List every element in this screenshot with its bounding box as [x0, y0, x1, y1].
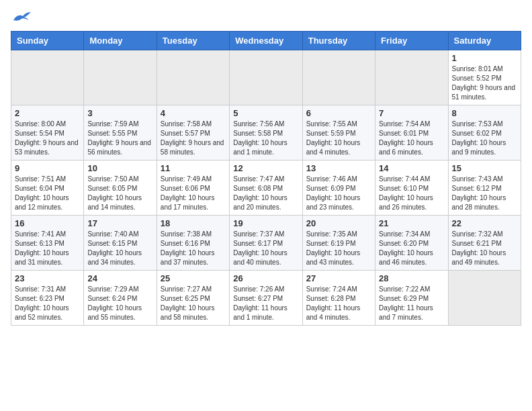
calendar-cell: 13Sunrise: 7:46 AM Sunset: 6:09 PM Dayli… [302, 161, 375, 216]
day-number: 2 [15, 108, 80, 118]
day-info: Sunrise: 7:49 AM Sunset: 6:06 PM Dayligh… [161, 175, 226, 212]
day-info: Sunrise: 7:58 AM Sunset: 5:57 PM Dayligh… [161, 120, 226, 157]
calendar-cell: 25Sunrise: 7:27 AM Sunset: 6:25 PM Dayli… [157, 271, 229, 326]
day-info: Sunrise: 7:26 AM Sunset: 6:27 PM Dayligh… [233, 285, 298, 322]
calendar-cell: 3Sunrise: 7:59 AM Sunset: 5:55 PM Daylig… [84, 105, 157, 161]
day-info: Sunrise: 7:35 AM Sunset: 6:19 PM Dayligh… [306, 230, 371, 267]
day-number: 5 [233, 108, 298, 118]
day-info: Sunrise: 7:44 AM Sunset: 6:10 PM Dayligh… [379, 175, 444, 212]
calendar-cell: 12Sunrise: 7:47 AM Sunset: 6:08 PM Dayli… [230, 161, 302, 216]
day-info: Sunrise: 7:47 AM Sunset: 6:08 PM Dayligh… [233, 175, 298, 212]
day-info: Sunrise: 7:24 AM Sunset: 6:28 PM Dayligh… [306, 285, 371, 322]
calendar-cell [157, 50, 229, 105]
weekday-header-saturday: Saturday [448, 32, 521, 50]
day-info: Sunrise: 7:54 AM Sunset: 6:01 PM Dayligh… [379, 120, 444, 157]
day-number: 13 [306, 163, 371, 173]
calendar-week-4: 16Sunrise: 7:41 AM Sunset: 6:13 PM Dayli… [11, 216, 521, 271]
calendar-cell: 2Sunrise: 8:00 AM Sunset: 5:54 PM Daylig… [11, 105, 84, 161]
day-number: 20 [306, 218, 371, 228]
day-number: 11 [161, 163, 226, 173]
calendar-cell: 7Sunrise: 7:54 AM Sunset: 6:01 PM Daylig… [375, 105, 448, 161]
calendar-cell: 11Sunrise: 7:49 AM Sunset: 6:06 PM Dayli… [157, 161, 229, 216]
calendar-cell: 20Sunrise: 7:35 AM Sunset: 6:19 PM Dayli… [302, 216, 375, 271]
day-number: 21 [379, 218, 444, 228]
day-info: Sunrise: 7:38 AM Sunset: 6:16 PM Dayligh… [161, 230, 226, 267]
day-number: 19 [233, 218, 298, 228]
day-info: Sunrise: 7:43 AM Sunset: 6:12 PM Dayligh… [452, 175, 517, 212]
day-info: Sunrise: 8:01 AM Sunset: 5:52 PM Dayligh… [452, 64, 517, 102]
day-number: 14 [379, 163, 444, 173]
weekday-header-sunday: Sunday [11, 32, 84, 50]
calendar-cell: 28Sunrise: 7:22 AM Sunset: 6:29 PM Dayli… [375, 271, 448, 326]
day-info: Sunrise: 7:41 AM Sunset: 6:13 PM Dayligh… [15, 230, 80, 267]
day-info: Sunrise: 7:46 AM Sunset: 6:09 PM Dayligh… [306, 175, 371, 212]
weekday-header-monday: Monday [84, 32, 157, 50]
calendar-cell: 16Sunrise: 7:41 AM Sunset: 6:13 PM Dayli… [11, 216, 84, 271]
day-number: 16 [15, 218, 80, 228]
calendar-cell: 10Sunrise: 7:50 AM Sunset: 6:05 PM Dayli… [84, 161, 157, 216]
calendar-cell: 1Sunrise: 8:01 AM Sunset: 5:52 PM Daylig… [448, 50, 521, 105]
calendar-week-5: 23Sunrise: 7:31 AM Sunset: 6:23 PM Dayli… [11, 271, 521, 326]
calendar-cell: 26Sunrise: 7:26 AM Sunset: 6:27 PM Dayli… [230, 271, 302, 326]
calendar-cell: 24Sunrise: 7:29 AM Sunset: 6:24 PM Dayli… [84, 271, 157, 326]
weekday-header-thursday: Thursday [302, 32, 375, 50]
calendar-cell [84, 50, 157, 105]
day-number: 12 [233, 163, 298, 173]
day-number: 25 [161, 273, 226, 283]
calendar-table: SundayMondayTuesdayWednesdayThursdayFrid… [11, 31, 521, 326]
day-number: 27 [306, 273, 371, 283]
weekday-header-friday: Friday [375, 32, 448, 50]
day-info: Sunrise: 7:34 AM Sunset: 6:20 PM Dayligh… [379, 230, 444, 267]
calendar-cell: 21Sunrise: 7:34 AM Sunset: 6:20 PM Dayli… [375, 216, 448, 271]
day-number: 28 [379, 273, 444, 283]
day-number: 18 [161, 218, 226, 228]
day-number: 22 [452, 218, 517, 228]
day-number: 23 [15, 273, 80, 283]
calendar-cell: 22Sunrise: 7:32 AM Sunset: 6:21 PM Dayli… [448, 216, 521, 271]
calendar-week-2: 2Sunrise: 8:00 AM Sunset: 5:54 PM Daylig… [11, 105, 521, 161]
day-number: 1 [452, 53, 517, 63]
day-number: 6 [306, 108, 371, 118]
calendar-cell: 5Sunrise: 7:56 AM Sunset: 5:58 PM Daylig… [230, 105, 302, 161]
day-number: 7 [379, 108, 444, 118]
logo [11, 11, 31, 24]
calendar-cell: 19Sunrise: 7:37 AM Sunset: 6:17 PM Dayli… [230, 216, 302, 271]
weekday-header-wednesday: Wednesday [230, 32, 302, 50]
day-info: Sunrise: 7:37 AM Sunset: 6:17 PM Dayligh… [233, 230, 298, 267]
day-number: 15 [452, 163, 517, 173]
day-info: Sunrise: 8:00 AM Sunset: 5:54 PM Dayligh… [15, 120, 80, 157]
calendar-cell: 18Sunrise: 7:38 AM Sunset: 6:16 PM Dayli… [157, 216, 229, 271]
calendar-cell: 15Sunrise: 7:43 AM Sunset: 6:12 PM Dayli… [448, 161, 521, 216]
calendar-cell: 4Sunrise: 7:58 AM Sunset: 5:57 PM Daylig… [157, 105, 229, 161]
calendar-cell: 27Sunrise: 7:24 AM Sunset: 6:28 PM Dayli… [302, 271, 375, 326]
day-info: Sunrise: 7:32 AM Sunset: 6:21 PM Dayligh… [452, 230, 517, 267]
day-number: 26 [233, 273, 298, 283]
day-number: 17 [87, 218, 152, 228]
calendar-cell [448, 271, 521, 326]
day-number: 10 [87, 163, 152, 173]
page-header [11, 11, 521, 24]
day-info: Sunrise: 7:53 AM Sunset: 6:02 PM Dayligh… [452, 120, 517, 157]
day-info: Sunrise: 7:50 AM Sunset: 6:05 PM Dayligh… [87, 175, 152, 212]
weekday-header-row: SundayMondayTuesdayWednesdayThursdayFrid… [11, 32, 521, 50]
day-info: Sunrise: 7:56 AM Sunset: 5:58 PM Dayligh… [233, 120, 298, 157]
day-info: Sunrise: 7:51 AM Sunset: 6:04 PM Dayligh… [15, 175, 80, 212]
calendar-cell: 9Sunrise: 7:51 AM Sunset: 6:04 PM Daylig… [11, 161, 84, 216]
calendar-week-1: 1Sunrise: 8:01 AM Sunset: 5:52 PM Daylig… [11, 50, 521, 105]
day-info: Sunrise: 7:22 AM Sunset: 6:29 PM Dayligh… [379, 285, 444, 322]
day-number: 3 [87, 108, 152, 118]
calendar-cell [375, 50, 448, 105]
calendar-cell: 14Sunrise: 7:44 AM Sunset: 6:10 PM Dayli… [375, 161, 448, 216]
day-number: 24 [87, 273, 152, 283]
day-number: 4 [161, 108, 226, 118]
calendar-cell [11, 50, 84, 105]
day-info: Sunrise: 7:40 AM Sunset: 6:15 PM Dayligh… [87, 230, 152, 267]
day-info: Sunrise: 7:27 AM Sunset: 6:25 PM Dayligh… [161, 285, 226, 322]
calendar-week-3: 9Sunrise: 7:51 AM Sunset: 6:04 PM Daylig… [11, 161, 521, 216]
calendar-cell: 6Sunrise: 7:55 AM Sunset: 5:59 PM Daylig… [302, 105, 375, 161]
day-number: 9 [15, 163, 80, 173]
calendar-cell: 8Sunrise: 7:53 AM Sunset: 6:02 PM Daylig… [448, 105, 521, 161]
day-number: 8 [452, 108, 517, 118]
logo-bird-icon [12, 11, 31, 24]
calendar-cell: 17Sunrise: 7:40 AM Sunset: 6:15 PM Dayli… [84, 216, 157, 271]
